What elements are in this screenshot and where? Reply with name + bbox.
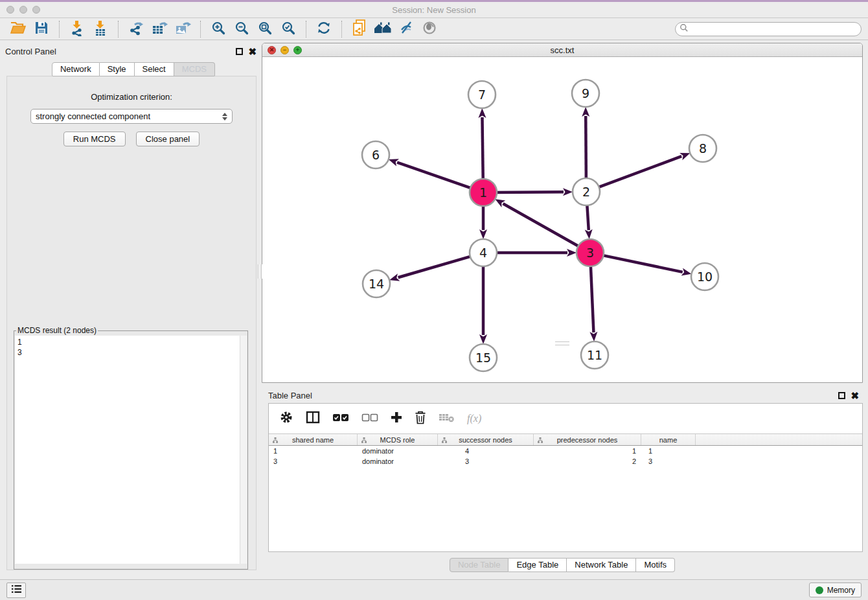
select-all-icon[interactable] [332, 413, 349, 424]
table-cell[interactable]: 2 [534, 456, 641, 467]
export-network-button[interactable] [126, 20, 146, 38]
column-header-predecessor-nodes[interactable]: predecessor nodes [534, 434, 641, 445]
column-label: successor nodes [459, 436, 512, 444]
zoom-in-button[interactable] [209, 20, 228, 38]
zoom-fit-button[interactable] [255, 20, 275, 38]
slashed-eye-icon [398, 19, 415, 39]
titlebar: Session: New Session [0, 2, 868, 18]
graph-edge-2-8[interactable] [598, 156, 681, 187]
column-header-successor-nodes[interactable]: successor nodes [438, 434, 534, 445]
graph-edge-3-11[interactable] [591, 265, 594, 332]
tab-network-table[interactable]: Network Table [567, 558, 636, 572]
hide-panel-button[interactable] [396, 20, 416, 38]
table-cell[interactable]: 1 [641, 446, 696, 456]
tab-select[interactable]: Select [135, 62, 174, 76]
graph-edge-2-3[interactable] [587, 204, 589, 230]
table-cell[interactable]: dominator [358, 446, 438, 456]
table-cell[interactable]: 1 [534, 446, 641, 456]
table-empty-area [269, 467, 862, 551]
table-cell[interactable]: 3 [269, 456, 358, 467]
eye-button[interactable] [420, 20, 439, 38]
close-table-panel-icon[interactable]: ✖ [851, 392, 859, 399]
task-history-button[interactable] [6, 583, 26, 598]
tab-network[interactable]: Network [52, 62, 100, 76]
toolbar-separator [200, 21, 201, 38]
graph-node-label: 15 [475, 351, 491, 365]
tab-mcds[interactable]: MCDS [174, 62, 215, 76]
panel-divider[interactable] [262, 383, 863, 387]
tab-edge-table[interactable]: Edge Table [508, 558, 567, 572]
close-panel-button[interactable]: Close panel [136, 132, 200, 146]
open-session-button[interactable] [8, 20, 28, 38]
table-row[interactable]: 3dominator323 [269, 456, 862, 467]
open-folder-icon [10, 20, 27, 38]
mcds-result-title: MCDS result (2 nodes) [16, 326, 98, 335]
table-cell[interactable]: 1 [269, 446, 358, 456]
criterion-select[interactable]: strongly connected component [30, 109, 233, 124]
split-panel-icon[interactable] [306, 411, 320, 426]
graph-edge-1-6[interactable] [397, 163, 472, 189]
homes-icon [373, 20, 393, 38]
network-window-titlebar[interactable]: scc.txt ✕ − + [262, 43, 862, 57]
new-network-from-file-button[interactable] [350, 20, 369, 38]
graph-edge-3-10[interactable] [602, 255, 683, 272]
graph-node-label: 7 [478, 87, 486, 102]
table-cell[interactable]: 4 [438, 446, 534, 456]
tab-node-table[interactable]: Node Table [450, 558, 509, 572]
export-image-button[interactable] [173, 20, 192, 38]
graph-node-label: 9 [582, 86, 589, 100]
zoom-selected-button[interactable] [279, 20, 298, 38]
add-column-icon[interactable] [391, 411, 402, 426]
eye-icon [421, 20, 438, 38]
save-disk-icon [34, 20, 49, 38]
network-graph[interactable]: 7968124314101511 [262, 57, 860, 382]
table-cell[interactable]: dominator [358, 456, 438, 467]
home-button[interactable] [373, 20, 393, 38]
graph-edge-1-2[interactable] [496, 192, 564, 192]
run-mcds-button[interactable]: Run MCDS [63, 132, 126, 146]
search-input[interactable] [691, 23, 861, 35]
tab-style[interactable]: Style [100, 62, 135, 76]
export-network-icon [128, 19, 144, 39]
criterion-value: strongly connected component [36, 111, 222, 121]
table-cell[interactable]: 3 [641, 456, 696, 467]
zoom-out-button[interactable] [232, 20, 251, 38]
import-table-icon [92, 19, 109, 39]
graph-node-label: 10 [697, 270, 713, 284]
vertical-splitter-handle[interactable] [258, 264, 262, 279]
mcds-result-group: MCDS result (2 nodes) 1 3 [14, 326, 248, 570]
table-body: 1dominator4113dominator323 [269, 446, 862, 467]
table-cell[interactable]: 3 [438, 456, 534, 467]
network-view-window: scc.txt ✕ − + 7968124314101511 [262, 43, 863, 383]
float-table-panel-icon[interactable] [838, 392, 845, 399]
gear-icon[interactable] [279, 410, 293, 427]
float-panel-icon[interactable] [236, 48, 243, 55]
import-network-button[interactable] [67, 20, 87, 38]
main-area: Control Panel ✖ Network Style Select MCD… [0, 40, 868, 579]
column-label: name [659, 436, 678, 444]
refresh-button[interactable] [314, 20, 334, 38]
trash-icon[interactable] [415, 411, 426, 427]
search-field[interactable] [675, 22, 862, 36]
tab-motifs[interactable]: Motifs [636, 558, 675, 572]
toolbar-separator [341, 21, 342, 38]
close-panel-icon[interactable]: ✖ [248, 48, 257, 55]
table-row[interactable]: 1dominator411 [269, 446, 862, 456]
column-header-name[interactable]: name [641, 434, 696, 445]
import-table-button[interactable] [91, 20, 110, 38]
column-header-shared-name[interactable]: shared name [269, 434, 358, 445]
network-canvas[interactable]: 7968124314101511 [262, 57, 862, 382]
horizontal-splitter-handle[interactable] [555, 341, 569, 346]
memory-button[interactable]: Memory [809, 583, 862, 597]
result-scrollbar[interactable] [240, 336, 247, 564]
graph-edge-4-14[interactable] [398, 256, 472, 277]
graph-edge-3-1[interactable] [503, 203, 579, 246]
table-cell-filler [696, 456, 862, 467]
deselect-all-icon[interactable] [361, 413, 378, 424]
graph-edge-2-9[interactable] [586, 116, 586, 179]
export-table-button[interactable] [150, 20, 169, 38]
graph-edge-1-7[interactable] [482, 117, 483, 180]
column-header-mcds-role[interactable]: MCDS role [358, 434, 438, 445]
save-session-button[interactable] [32, 20, 51, 38]
mcds-result-text[interactable]: 1 3 [15, 336, 240, 564]
